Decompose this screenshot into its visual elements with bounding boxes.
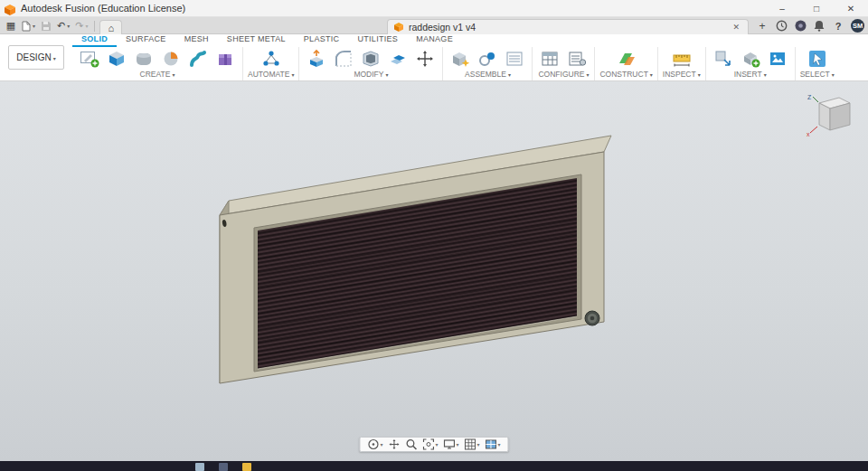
viewports-icon[interactable]: ▾ bbox=[486, 438, 501, 450]
sweep-tool[interactable] bbox=[185, 47, 211, 70]
insert-mesh-tool[interactable] bbox=[738, 47, 763, 70]
viewcube-z-label: Z bbox=[807, 94, 812, 100]
view-cube[interactable]: Z x bbox=[805, 90, 857, 137]
viewcube-x-label: x bbox=[807, 131, 810, 137]
configuration-table-tool[interactable] bbox=[537, 47, 562, 70]
group-label-inspect[interactable]: INSPECT bbox=[663, 70, 701, 80]
grid-and-snaps-icon[interactable]: ▾ bbox=[465, 438, 480, 450]
maximize-button[interactable]: □ bbox=[799, 0, 834, 16]
group-label-modify[interactable]: MODIFY bbox=[304, 70, 438, 80]
group-label-automate[interactable]: AUTOMATE bbox=[248, 70, 294, 80]
quick-access-toolbar: ▦ ↶ ↷ ⌂ bbox=[4, 17, 122, 34]
ribbon-group-inspect: INSPECT bbox=[658, 47, 706, 80]
display-settings-icon[interactable]: ▾ bbox=[443, 438, 458, 450]
automate-tool[interactable] bbox=[259, 47, 284, 70]
tab-manage[interactable]: MANAGE bbox=[407, 34, 462, 47]
tab-close-icon[interactable]: ✕ bbox=[730, 23, 742, 32]
windows-taskbar[interactable] bbox=[0, 461, 868, 471]
taskbar-app-icon[interactable] bbox=[195, 463, 204, 471]
tab-strip: ▦ ↶ ↷ ⌂ raddesign v1 v4 ✕ + ? SM bbox=[0, 17, 868, 34]
app-grid-icon[interactable]: ▦ bbox=[4, 18, 18, 33]
group-label-create[interactable]: CREATE bbox=[77, 70, 238, 80]
viewport-canvas[interactable]: Z x ▾ ▾ ▾ ▾ ▾ bbox=[0, 81, 868, 461]
zoom-icon[interactable] bbox=[405, 438, 417, 450]
tab-sheet-metal[interactable]: SHEET METAL bbox=[218, 34, 295, 47]
tab-utilities[interactable]: UTILITIES bbox=[348, 34, 407, 47]
window-title: Autodesk Fusion (Education License) bbox=[21, 3, 185, 14]
rigid-group-tool[interactable] bbox=[502, 47, 527, 70]
design-workspace-selector[interactable]: DESIGN bbox=[8, 45, 63, 70]
ribbon-group-insert: INSERT bbox=[706, 47, 796, 80]
insert-derive-tool[interactable] bbox=[711, 47, 736, 70]
group-label-configure[interactable]: CONFIGURE bbox=[537, 70, 590, 80]
ribbon-toolbar: DESIGN SOLID SURFACE MESH SHEET METAL PL… bbox=[0, 34, 868, 81]
file-menu-button[interactable] bbox=[20, 18, 37, 33]
save-icon bbox=[41, 21, 52, 32]
shell-tool[interactable] bbox=[358, 47, 383, 70]
construction-plane-tool[interactable] bbox=[614, 47, 639, 70]
document-tab-title: raddesign v1 v4 bbox=[409, 22, 476, 33]
new-tab-button[interactable]: + bbox=[756, 20, 769, 33]
revolve-tool[interactable] bbox=[158, 47, 184, 70]
window-controls: – □ ✕ bbox=[765, 0, 868, 16]
toolbar-divider bbox=[94, 21, 95, 32]
orbit-icon[interactable]: ▾ bbox=[367, 438, 382, 450]
move-copy-tool[interactable] bbox=[412, 47, 438, 70]
taskbar-folder-icon[interactable] bbox=[242, 463, 251, 471]
ribbon-group-modify: MODIFY bbox=[299, 47, 443, 80]
tab-mesh[interactable]: MESH bbox=[175, 34, 218, 47]
group-label-insert[interactable]: INSERT bbox=[711, 70, 790, 80]
select-tool[interactable] bbox=[805, 47, 830, 70]
fit-icon[interactable]: ▾ bbox=[422, 438, 438, 450]
bell-icon[interactable] bbox=[813, 20, 826, 32]
measure-tool[interactable] bbox=[669, 47, 694, 70]
window-titlebar: Autodesk Fusion (Education License) – □ … bbox=[0, 0, 868, 17]
radiator-model[interactable] bbox=[0, 81, 868, 461]
fusion-logo-icon bbox=[5, 3, 15, 14]
help-icon[interactable]: ? bbox=[832, 21, 844, 32]
ribbon-group-configure: CONFIGURE bbox=[533, 47, 595, 80]
group-label-construct[interactable]: CONSTRUCT bbox=[599, 70, 652, 80]
file-icon bbox=[22, 21, 31, 32]
navigation-toolbar: ▾ ▾ ▾ ▾ ▾ bbox=[359, 437, 508, 452]
ribbon-tab-bar: SOLID SURFACE MESH SHEET METAL PLASTIC U… bbox=[72, 34, 868, 47]
account-avatar[interactable]: SM bbox=[851, 19, 864, 33]
extrude-tool[interactable] bbox=[104, 47, 129, 70]
document-cube-icon bbox=[393, 22, 404, 33]
save-button[interactable] bbox=[39, 18, 53, 33]
ribbon-group-assemble: ASSEMBLE bbox=[443, 47, 533, 80]
notification-center-icon[interactable] bbox=[794, 20, 807, 32]
new-component-tool[interactable] bbox=[448, 47, 473, 70]
combine-tool[interactable] bbox=[385, 47, 410, 70]
tab-strip-right-icons: + ? SM bbox=[756, 17, 864, 34]
ribbon-tool-groups: CREATE AUTOMATE bbox=[72, 47, 868, 80]
press-pull-tool[interactable] bbox=[304, 47, 329, 70]
ribbon-group-construct: CONSTRUCT bbox=[595, 47, 657, 80]
tab-surface[interactable]: SURFACE bbox=[117, 34, 175, 47]
create-form-tool[interactable] bbox=[131, 47, 156, 70]
tab-solid[interactable]: SOLID bbox=[72, 34, 117, 47]
redo-button[interactable]: ↷ bbox=[73, 18, 90, 33]
taskbar-app-icon[interactable] bbox=[219, 463, 228, 471]
canvas-tool[interactable] bbox=[765, 47, 790, 70]
configure-features-tool[interactable] bbox=[564, 47, 590, 70]
group-label-assemble[interactable]: ASSEMBLE bbox=[448, 70, 527, 80]
home-button[interactable]: ⌂ bbox=[99, 20, 122, 34]
ribbon-group-select: SELECT bbox=[796, 47, 839, 80]
undo-button[interactable]: ↶ bbox=[55, 18, 71, 33]
close-button[interactable]: ✕ bbox=[834, 0, 868, 16]
joint-tool[interactable] bbox=[475, 47, 500, 70]
group-label-select[interactable]: SELECT bbox=[800, 70, 835, 80]
minimize-button[interactable]: – bbox=[765, 0, 799, 16]
tab-plastic[interactable]: PLASTIC bbox=[295, 34, 349, 47]
pan-icon[interactable] bbox=[388, 438, 400, 450]
job-status-icon[interactable] bbox=[775, 20, 788, 32]
fillet-tool[interactable] bbox=[331, 47, 356, 70]
create-sketch-tool[interactable] bbox=[77, 47, 102, 70]
ribbon-group-automate: AUTOMATE bbox=[243, 47, 299, 80]
document-tab[interactable]: raddesign v1 v4 ✕ bbox=[387, 19, 749, 34]
coil-tool[interactable] bbox=[212, 47, 238, 70]
ribbon-group-create: CREATE bbox=[72, 47, 243, 80]
